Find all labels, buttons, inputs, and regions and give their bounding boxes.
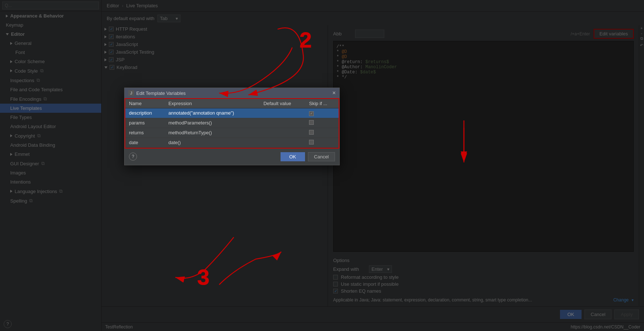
col-default-value: Default value xyxy=(260,99,305,108)
modal-cancel-button[interactable]: Cancel xyxy=(308,152,335,161)
modal-help-button[interactable]: ? xyxy=(129,153,137,161)
row-skip-returns xyxy=(305,128,339,138)
modal-ok-button[interactable]: OK xyxy=(281,152,305,161)
modal-body: Name Expression Default value Skip if ..… xyxy=(125,98,339,149)
row-name-description: description xyxy=(125,108,165,118)
row-default-returns xyxy=(260,128,305,138)
row-expression-returns: methodReturnType() xyxy=(165,128,260,138)
skip-checkbox-returns[interactable] xyxy=(309,130,314,135)
modal-table-row-returns[interactable]: returns methodReturnType() xyxy=(125,128,339,138)
modal-title-bar: J Edit Template Variables × xyxy=(125,88,339,98)
edit-template-variables-modal: J Edit Template Variables × Name Express… xyxy=(124,88,340,165)
modal-table-row-description[interactable]: description annotated("annotation qname"… xyxy=(125,108,339,118)
row-default-date xyxy=(260,138,305,147)
col-skip: Skip if ... xyxy=(305,99,339,108)
modal-close-button[interactable]: × xyxy=(332,90,336,96)
row-expression-date: date() xyxy=(165,138,260,147)
row-skip-date xyxy=(305,138,339,147)
row-name-date: date xyxy=(125,138,165,147)
row-name-params: params xyxy=(125,118,165,128)
modal-footer: ? OK Cancel xyxy=(125,149,339,165)
modal-title: J Edit Template Variables xyxy=(128,90,186,96)
row-name-returns: returns xyxy=(125,128,165,138)
row-skip-description xyxy=(305,108,339,118)
row-default-description xyxy=(260,108,305,118)
row-default-params xyxy=(260,118,305,128)
skip-checkbox-params[interactable] xyxy=(309,120,314,125)
modal-footer-buttons: OK Cancel xyxy=(281,152,335,161)
row-skip-params xyxy=(305,118,339,128)
col-expression: Expression xyxy=(165,99,260,108)
modal-overlay: J Edit Template Variables × Name Express… xyxy=(0,0,644,331)
modal-table: Name Expression Default value Skip if ..… xyxy=(125,99,339,148)
row-expression-params: methodParameters() xyxy=(165,118,260,128)
modal-table-header: Name Expression Default value Skip if ..… xyxy=(125,99,339,108)
skip-checkbox-description[interactable] xyxy=(309,111,314,116)
skip-checkbox-date[interactable] xyxy=(309,140,314,145)
col-name: Name xyxy=(125,99,165,108)
row-expression-description: annotated("annotation qname") xyxy=(165,108,260,118)
modal-table-row-params[interactable]: params methodParameters() xyxy=(125,118,339,128)
modal-table-row-date[interactable]: date date() xyxy=(125,138,339,147)
